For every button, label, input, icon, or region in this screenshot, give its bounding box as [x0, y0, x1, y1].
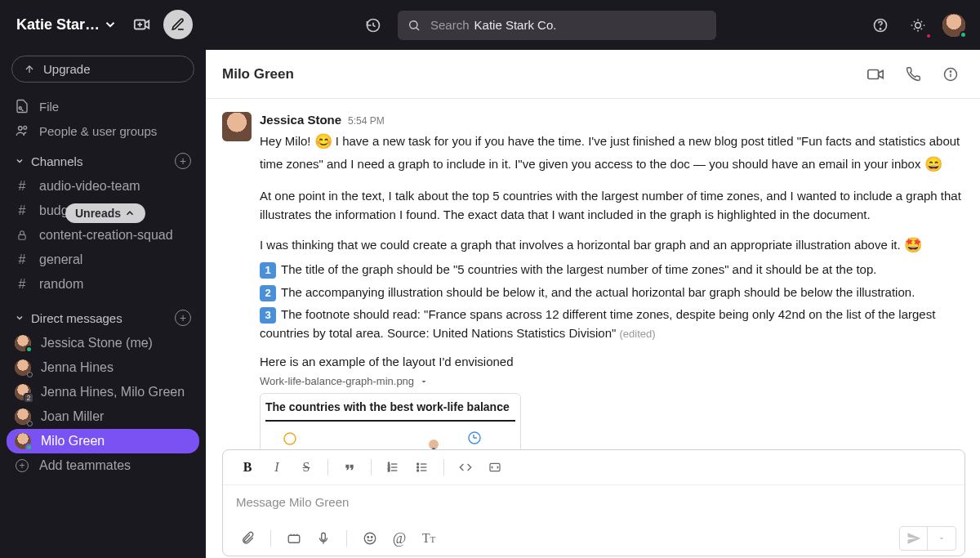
- history-button[interactable]: [360, 12, 386, 38]
- quote-button[interactable]: [336, 455, 363, 480]
- lock-icon: [15, 230, 29, 241]
- upgrade-button[interactable]: Upgrade: [11, 56, 194, 83]
- compose-button[interactable]: [163, 10, 193, 39]
- hash-icon: #: [15, 179, 29, 194]
- svg-point-32: [417, 463, 419, 465]
- chevron-up-icon: [124, 208, 136, 219]
- nav-people[interactable]: People & user groups: [0, 118, 206, 143]
- activity-button[interactable]: [905, 12, 931, 38]
- info-button[interactable]: [938, 61, 964, 87]
- dm-item[interactable]: Jenna Hines: [0, 355, 206, 380]
- send-options-button[interactable]: [928, 527, 956, 550]
- channel-item[interactable]: #general: [0, 248, 206, 272]
- channel-item[interactable]: #random: [0, 272, 206, 297]
- dm-item[interactable]: Milo Green: [7, 429, 199, 453]
- svg-point-14: [284, 433, 296, 444]
- mention-button[interactable]: @: [386, 526, 412, 551]
- attachment-preview[interactable]: The countries with the best work-life ba…: [260, 393, 521, 449]
- presence-indicator: [27, 372, 33, 377]
- channel-label: content-creation-squad: [39, 228, 173, 243]
- add-channel-button[interactable]: +: [175, 153, 191, 169]
- dm-label: Jenna Hines, Milo Green: [41, 385, 185, 400]
- dm-item[interactable]: 2Jenna Hines, Milo Green: [0, 380, 206, 404]
- bold-button[interactable]: B: [234, 455, 261, 480]
- presence-indicator: [25, 346, 33, 353]
- bullet-list-button[interactable]: [409, 455, 435, 480]
- dm-item[interactable]: Joan Miller: [0, 404, 206, 429]
- chevron-down-icon: [419, 377, 429, 386]
- attach-button[interactable]: [234, 526, 261, 551]
- huddle-button[interactable]: [129, 11, 155, 38]
- people-icon: [15, 123, 29, 138]
- dm-label: Milo Green: [41, 434, 105, 449]
- channel-item[interactable]: #audio-video-team: [0, 174, 206, 199]
- audio-call-button[interactable]: [900, 61, 926, 87]
- avatar: [15, 359, 31, 376]
- composer-actions: @ TT: [223, 521, 964, 556]
- sidebar: Katie Star… Upgrade Unreads File: [0, 0, 206, 558]
- message-text: 2The accompanying illustration should be…: [260, 283, 965, 301]
- presence-indicator: [25, 444, 33, 451]
- attachment-illustration: [265, 426, 515, 450]
- format-toolbar: B I S 123: [223, 450, 964, 485]
- message-avatar[interactable]: [222, 112, 252, 141]
- svg-point-5: [24, 126, 27, 129]
- svg-point-7: [410, 20, 417, 28]
- add-teammates[interactable]: + Add teammates: [0, 453, 206, 478]
- emoji-button[interactable]: [357, 526, 383, 551]
- dm-toggle[interactable]: Direct messages: [15, 311, 122, 325]
- channel-label: random: [39, 277, 83, 292]
- attachment: Work-life-balance-graph-min.png The coun…: [260, 373, 965, 449]
- message-author[interactable]: Jessica Stone: [260, 110, 341, 129]
- notification-dot: [925, 33, 932, 39]
- dm-label: Joan Miller: [41, 409, 104, 424]
- video-clip-button[interactable]: [281, 526, 307, 551]
- svg-point-39: [368, 537, 369, 538]
- channel-label: general: [39, 252, 82, 267]
- presence-indicator: [960, 31, 967, 38]
- dm-item[interactable]: Jessica Stone (me): [0, 331, 206, 355]
- workspace-switcher[interactable]: Katie Star…: [16, 16, 121, 33]
- star-eyes-emoji: 🤩: [904, 234, 922, 257]
- message-input[interactable]: Message Milo Green: [223, 485, 964, 521]
- hash-icon: #: [15, 277, 29, 292]
- attachment-name[interactable]: Work-life-balance-graph-min.png: [260, 373, 965, 390]
- help-button[interactable]: [867, 12, 893, 38]
- channels-toggle[interactable]: Channels: [15, 154, 82, 168]
- format-toggle-button[interactable]: TT: [416, 526, 442, 551]
- svg-point-38: [364, 533, 376, 544]
- number-badge: 2: [260, 285, 276, 301]
- message-text: 3The footnote should read: "France spans…: [260, 305, 965, 343]
- search-input[interactable]: Search Katie Stark Co.: [398, 11, 716, 40]
- search-value: Katie Stark Co.: [474, 18, 557, 32]
- nav-file-browser[interactable]: File: [0, 94, 206, 118]
- ordered-list-button[interactable]: 123: [380, 455, 406, 480]
- channel-item[interactable]: content-creation-squad: [0, 223, 206, 248]
- user-avatar[interactable]: [942, 14, 965, 37]
- edited-label: (edited): [620, 328, 656, 340]
- hash-icon: #: [15, 203, 29, 218]
- channels-heading: Channels +: [0, 148, 206, 174]
- audio-clip-button[interactable]: [310, 526, 336, 551]
- conversation-title[interactable]: Milo Green: [222, 66, 851, 83]
- svg-rect-6: [19, 234, 25, 239]
- code-button[interactable]: [452, 455, 479, 480]
- unreads-pill[interactable]: Unreads: [65, 203, 145, 223]
- number-badge: 1: [260, 262, 276, 279]
- send-button[interactable]: [900, 527, 928, 550]
- video-call-button[interactable]: [862, 61, 889, 87]
- composer: B I S 123 Message Milo Green: [206, 449, 980, 558]
- add-dm-button[interactable]: +: [175, 310, 191, 326]
- sidebar-header: Katie Star…: [0, 0, 206, 51]
- smile-emoji: 😊: [314, 131, 332, 154]
- message-text: At one point in the text, I talk about t…: [260, 186, 965, 225]
- codeblock-button[interactable]: [482, 455, 508, 480]
- italic-button[interactable]: I: [264, 455, 290, 480]
- dm-heading: Direct messages +: [0, 305, 206, 331]
- svg-rect-37: [322, 533, 326, 540]
- strike-button[interactable]: S: [293, 455, 319, 480]
- workspace-name: Katie Star…: [16, 16, 100, 33]
- chevron-down-icon: [103, 17, 118, 32]
- svg-rect-11: [868, 69, 879, 78]
- message-text: I was thinking that we could create a gr…: [260, 234, 965, 257]
